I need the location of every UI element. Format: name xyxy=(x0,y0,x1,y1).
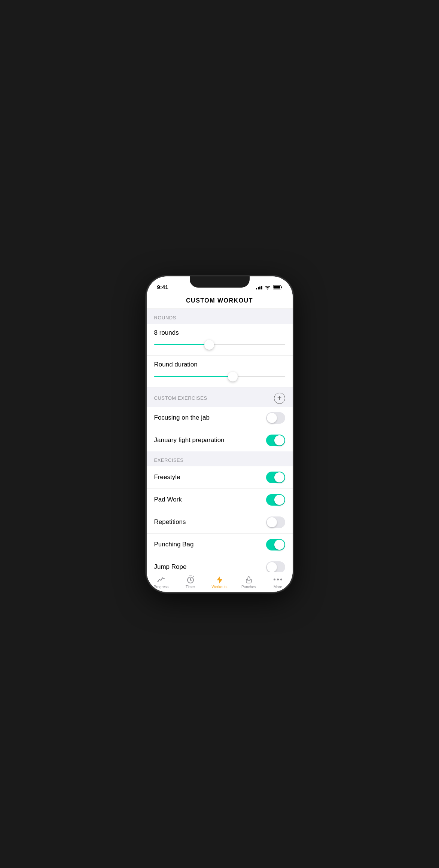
phone-frame: 9:41 CUSTOM WORKOUT xyxy=(147,276,293,592)
exercise-label: January fight preparation xyxy=(154,436,225,444)
exercise-toggle[interactable] xyxy=(266,539,285,550)
tab-progress[interactable]: Progress xyxy=(147,572,176,589)
list-item: Repetitions xyxy=(147,511,293,534)
list-item: Freestyle xyxy=(147,466,293,489)
rounds-card: 8 rounds Round duration xyxy=(147,324,293,387)
nav-bar: CUSTOM WORKOUT xyxy=(147,293,293,309)
svg-point-3 xyxy=(157,581,158,582)
custom-exercises-card: Focusing on the jab January fight prepar… xyxy=(147,407,293,451)
list-item: Focusing on the jab xyxy=(147,407,293,429)
exercises-section-header: EXERCISES xyxy=(147,451,293,466)
duration-slider-label: Round duration xyxy=(154,361,285,368)
content-scroll[interactable]: ROUNDS 8 rounds Round duration xyxy=(147,309,293,572)
svg-rect-2 xyxy=(273,286,280,288)
notch xyxy=(190,276,250,288)
slider-fill xyxy=(154,344,209,345)
rounds-slider-label: 8 rounds xyxy=(154,329,285,337)
exercise-label: Repetitions xyxy=(154,518,186,526)
progress-icon xyxy=(157,575,166,584)
toggle-thumb xyxy=(267,562,277,572)
slider-thumb-2[interactable] xyxy=(228,372,238,381)
tab-more[interactable]: More xyxy=(263,572,293,589)
custom-exercises-header: CUSTOM EXERCISES + xyxy=(147,387,293,407)
punches-icon xyxy=(244,575,253,584)
bolt-icon xyxy=(215,575,224,584)
exercise-label: Focusing on the jab xyxy=(154,414,210,421)
toggle-thumb xyxy=(274,435,284,445)
rounds-slider[interactable] xyxy=(154,340,285,350)
list-item: Jump Rope xyxy=(147,556,293,572)
tab-timer-label: Timer xyxy=(186,585,195,589)
toggle-thumb xyxy=(274,540,284,550)
exercise-toggle[interactable] xyxy=(266,561,285,572)
exercise-label: Punching Bag xyxy=(154,541,194,548)
tab-punches-label: Punches xyxy=(241,585,256,589)
screen: 9:41 CUSTOM WORKOUT xyxy=(147,276,293,592)
slider-thumb[interactable] xyxy=(204,340,214,350)
rounds-slider-row: 8 rounds xyxy=(147,324,293,356)
svg-marker-5 xyxy=(217,576,222,583)
exercise-toggle[interactable] xyxy=(266,412,285,424)
exercise-toggle[interactable] xyxy=(266,516,285,528)
toggle-thumb xyxy=(267,517,277,527)
toggle-thumb xyxy=(274,495,284,505)
more-icon xyxy=(274,575,282,584)
wifi-icon xyxy=(265,285,271,289)
exercises-card: Freestyle Pad Work Repetitions xyxy=(147,466,293,572)
duration-slider[interactable] xyxy=(154,371,285,382)
tab-workouts-label: Workouts xyxy=(211,585,227,589)
exercise-toggle[interactable] xyxy=(266,494,285,506)
tab-punches[interactable]: Punches xyxy=(234,572,263,589)
rounds-label: ROUNDS xyxy=(154,315,176,320)
exercise-toggle[interactable] xyxy=(266,435,285,446)
battery-icon xyxy=(273,285,282,289)
duration-slider-row: Round duration xyxy=(147,356,293,387)
tab-more-label: More xyxy=(274,585,282,589)
add-exercise-button[interactable]: + xyxy=(274,393,285,404)
list-item: January fight preparation xyxy=(147,429,293,451)
rounds-section-header: ROUNDS xyxy=(147,309,293,324)
tab-workouts[interactable]: Workouts xyxy=(205,572,234,589)
status-icons xyxy=(256,285,282,289)
exercise-label: Jump Rope xyxy=(154,563,187,571)
toggle-thumb xyxy=(267,413,277,423)
list-item: Punching Bag xyxy=(147,534,293,556)
tab-timer[interactable]: Timer xyxy=(176,572,205,589)
exercise-toggle[interactable] xyxy=(266,472,285,483)
tab-progress-label: Progress xyxy=(153,585,168,589)
exercises-label: EXERCISES xyxy=(154,457,184,463)
svg-rect-1 xyxy=(281,286,282,288)
status-time: 9:41 xyxy=(157,284,168,290)
slider-fill-2 xyxy=(154,376,233,377)
list-item: Pad Work xyxy=(147,489,293,511)
tab-bar: Progress Timer Workouts xyxy=(147,572,293,592)
signal-icon xyxy=(256,285,262,289)
exercise-label: Pad Work xyxy=(154,496,182,503)
page-title: CUSTOM WORKOUT xyxy=(186,297,253,304)
exercise-label: Freestyle xyxy=(154,473,180,481)
timer-icon xyxy=(186,575,195,584)
toggle-thumb xyxy=(274,472,284,482)
custom-exercises-label: CUSTOM EXERCISES xyxy=(154,395,207,401)
